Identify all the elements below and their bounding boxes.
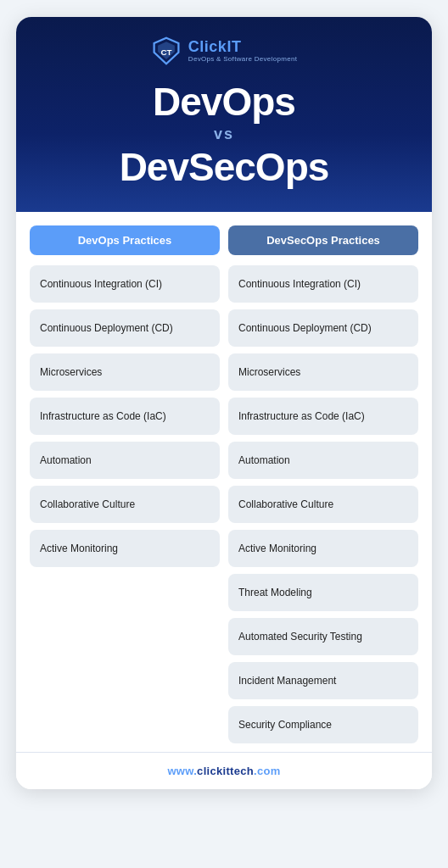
devops-col-header: DevOps Practices xyxy=(30,225,220,255)
url-prefix: www. xyxy=(167,765,197,777)
logo-suffix: IT xyxy=(227,38,241,55)
devsecops-col-header: DevSecOps Practices xyxy=(228,225,418,255)
devops-item: Collaborative Culture xyxy=(30,486,220,523)
devsecops-item: Threat Modeling xyxy=(228,574,418,611)
devsecops-item: Incident Management xyxy=(228,662,418,699)
vs-label: vs xyxy=(214,125,234,143)
logo-text: ClickIT DevOps & Software Development xyxy=(188,39,297,64)
url-brand: clickittech xyxy=(197,765,254,777)
devsecops-item: Continuous Deployment (CD) xyxy=(228,309,418,347)
footer-url: www.clickittech.com xyxy=(25,765,423,777)
devsecops-item: Collaborative Culture xyxy=(228,486,418,523)
devsecops-item: Infrastructure as Code (IaC) xyxy=(228,398,418,435)
devops-item: Microservices xyxy=(30,353,220,391)
logo-brand: ClickIT xyxy=(188,39,242,56)
main-card: CT ClickIT DevOps & Software Development… xyxy=(16,17,432,789)
vs-row: vs xyxy=(205,125,243,143)
devops-item: Infrastructure as Code (IaC) xyxy=(30,398,220,435)
svg-text:CT: CT xyxy=(160,47,171,57)
devsecops-item: Security Compliance xyxy=(228,706,418,743)
devsecops-item: Microservices xyxy=(228,353,418,391)
logo-sub: DevOps & Software Development xyxy=(188,55,297,63)
devops-item: Automation xyxy=(30,442,220,479)
devsecops-item: Automation xyxy=(228,442,418,479)
devops-item: Continuous Integration (CI) xyxy=(30,265,220,303)
devsecops-item: Continuous Integration (CI) xyxy=(228,265,418,303)
clickit-logo-icon: CT xyxy=(151,36,182,66)
title-devsecops: DevSecOps xyxy=(120,147,329,187)
column-headers: DevOps Practices DevSecOps Practices xyxy=(16,212,432,262)
header: CT ClickIT DevOps & Software Development… xyxy=(16,17,432,212)
logo-area: CT ClickIT DevOps & Software Development xyxy=(151,36,297,66)
devops-item: Active Monitoring xyxy=(30,530,220,567)
logo-prefix: Click xyxy=(188,38,227,55)
devops-item: Continuous Deployment (CD) xyxy=(30,309,220,347)
devsecops-item: Automated Security Testing xyxy=(228,618,418,655)
devops-column: Continuous Integration (CI)Continuous De… xyxy=(30,265,220,743)
url-suffix: .com xyxy=(254,765,281,777)
devsecops-column: Continuous Integration (CI)Continuous De… xyxy=(228,265,418,743)
footer: www.clickittech.com xyxy=(16,752,432,789)
table-body: Continuous Integration (CI)Continuous De… xyxy=(16,262,432,752)
devsecops-item: Active Monitoring xyxy=(228,530,418,567)
title-devops: DevOps xyxy=(153,81,295,122)
